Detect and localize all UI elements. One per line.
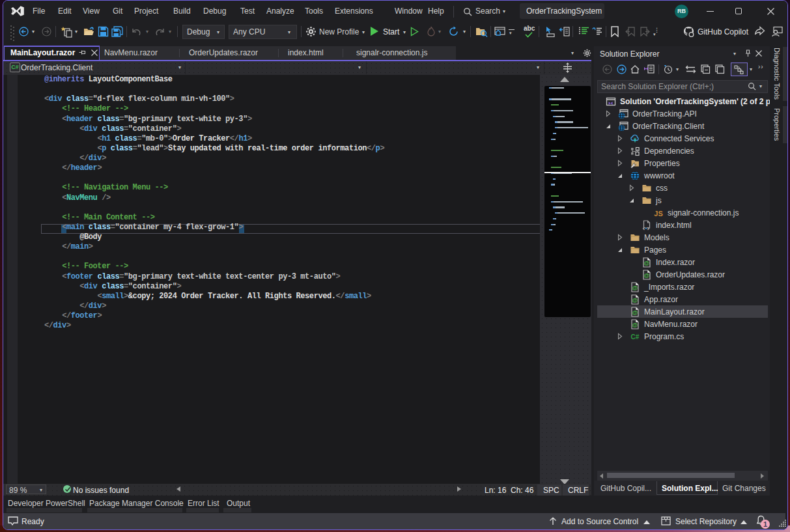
svg-text:@: @ [644, 260, 650, 266]
svg-text:@: @ [632, 322, 638, 328]
svg-text:@: @ [632, 309, 638, 316]
svg-text:C#: C# [631, 333, 640, 341]
svg-text:@: @ [632, 297, 638, 303]
svg-text:@: @ [644, 272, 650, 279]
svg-text:JS: JS [654, 209, 662, 217]
svg-text:@: @ [632, 285, 638, 291]
